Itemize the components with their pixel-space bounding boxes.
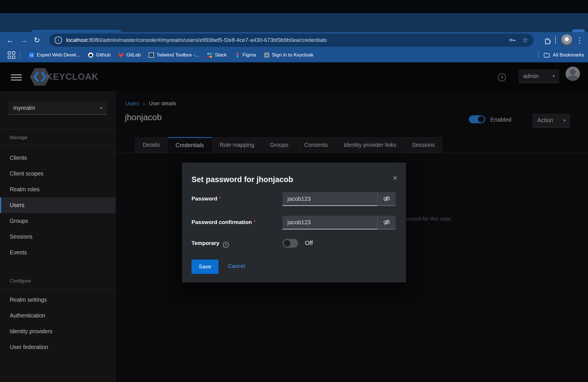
browser-menu-icon[interactable]: ⋮ [576, 36, 583, 45]
toggle-knob [284, 240, 290, 247]
bookmark-star-icon[interactable]: ☆ [522, 36, 528, 44]
configure-nav: Realm settings Authentication Identity p… [0, 292, 116, 355]
cancel-button[interactable]: Cancel [228, 263, 245, 269]
sidebar: myrealm ▾ Manage Clients Client scopes R… [0, 91, 116, 382]
browser-tab-strip: ◆ Keycloak Administration Cons × + [0, 13, 588, 32]
breadcrumb-current: User details [149, 101, 176, 107]
window-titlebar [0, 0, 588, 13]
tab-groups[interactable]: Groups [262, 137, 297, 153]
save-button[interactable]: Save [192, 260, 218, 274]
sidebar-item-groups[interactable]: Groups [0, 213, 116, 229]
password-manager-key-icon[interactable] [509, 36, 516, 44]
bookmarks-separator [20, 51, 20, 59]
password-input[interactable] [283, 192, 377, 206]
url-text[interactable]: localhost:8080/admin/master/console/#/my… [66, 37, 509, 43]
bookmark-label: GIthub [96, 52, 111, 58]
temporary-state-label: Off [305, 239, 313, 246]
bookmark-label: Figma [243, 52, 256, 58]
sidebar-divider [0, 129, 116, 129]
temporary-label: Temporary? [192, 240, 229, 248]
enabled-toggle[interactable] [469, 115, 485, 123]
extensions-icon[interactable] [544, 36, 552, 44]
nav-toggle-hamburger-icon[interactable] [11, 73, 22, 82]
tab-details[interactable]: Details [135, 137, 168, 153]
help-question-icon[interactable]: ? [223, 242, 229, 248]
url-path: :8080/admin/master/console/#/myrealm/use… [88, 37, 327, 43]
figma-icon [235, 52, 240, 58]
bookmark-label: Slack [215, 52, 227, 58]
sidebar-item-client-scopes[interactable]: Client scopes [0, 166, 116, 182]
sidebar-item-identity-providers[interactable]: Identity providers [0, 323, 116, 339]
tab-consents[interactable]: Consents [297, 137, 336, 153]
url-host: localhost [66, 37, 88, 43]
caret-down-icon: ▾ [552, 73, 555, 79]
bookmark-gitlab[interactable]: GitLab [119, 52, 141, 58]
tab-identity-provider-links[interactable]: Identity provider links [336, 137, 404, 153]
tab-role-mapping[interactable]: Role mapping [212, 137, 262, 153]
toggle-password-visibility-button[interactable] [377, 192, 396, 206]
temporary-toggle[interactable] [283, 239, 298, 248]
reload-button[interactable]: ↻ [34, 36, 40, 44]
required-asterisk: * [219, 196, 221, 200]
bookmark-slack[interactable]: Slack [207, 52, 227, 58]
all-bookmarks-label[interactable]: All Bookmarks [553, 52, 584, 58]
url-bar[interactable]: i localhost:8080/admin/master/console/#/… [49, 34, 533, 47]
bookmark-github[interactable]: GIthub [88, 52, 111, 58]
folder-icon [543, 52, 550, 59]
apps-grid-icon[interactable] [8, 51, 15, 59]
sidebar-item-events[interactable]: Events [0, 245, 116, 260]
tab-credentials[interactable]: Credentials [168, 137, 212, 153]
keycloak-logo[interactable]: KEYCLOAK [30, 68, 98, 86]
manage-section-label: Manage [10, 135, 27, 141]
bookmark-label: Sign in to Keycloak [272, 52, 314, 58]
realm-selector[interactable]: myrealm ▾ [9, 102, 107, 115]
sidebar-rule [0, 289, 116, 289]
site-info-icon[interactable]: i [55, 36, 62, 44]
bookmarks-right: All Bookmarks [533, 48, 584, 62]
bookmarks-bar: [;] Expert Web Devel... GIthub GitLab ≈ … [0, 48, 588, 63]
bookmark-tailwind[interactable]: ≈ Tailwind Toolbox -... [149, 52, 199, 58]
bookmark-expert-web[interactable]: [;] Expert Web Devel... [29, 52, 80, 58]
eye-slash-icon [383, 219, 390, 226]
eye-slash-icon [383, 195, 390, 202]
bookmark-figma[interactable]: Figma [235, 52, 256, 58]
set-password-modal: Set password for jhonjacob × Password* P… [182, 163, 406, 282]
modal-title: Set password for jhonjacob [192, 175, 293, 184]
sidebar-rule [0, 146, 116, 146]
sidebar-item-users[interactable]: Users [0, 197, 116, 213]
brand-text: KEYCLOAK [46, 72, 98, 82]
browser-profile-avatar[interactable] [561, 34, 572, 46]
bookmark-label: GitLab [126, 52, 141, 58]
breadcrumb-chevron-icon: › [143, 100, 145, 107]
help-icon[interactable]: ? [498, 73, 506, 81]
modal-close-icon[interactable]: × [393, 174, 397, 182]
sidebar-item-user-federation[interactable]: User federation [0, 339, 116, 355]
admin-user-dropdown[interactable]: admin ▾ [519, 69, 559, 83]
page-title: jhonjacob [125, 112, 162, 122]
sidebar-item-realm-roles[interactable]: Realm roles [0, 182, 116, 197]
expert-web-icon: [;] [29, 52, 34, 58]
toggle-password-visibility-button[interactable] [377, 216, 396, 229]
password-confirmation-field [283, 216, 396, 229]
sidebar-item-authentication[interactable]: Authentication [0, 308, 116, 323]
password-confirmation-input[interactable] [283, 216, 377, 229]
breadcrumb-users-link[interactable]: Users [125, 101, 139, 107]
configure-section-label: Configure [10, 278, 31, 284]
password-confirmation-label: Password confirmation* [192, 219, 256, 225]
empty-state-text-partial: sword for this user. [406, 216, 452, 222]
user-avatar[interactable] [566, 67, 580, 81]
toggle-knob [478, 116, 484, 122]
bookmarks-separator [538, 51, 539, 59]
sidebar-item-realm-settings[interactable]: Realm settings [0, 292, 116, 308]
github-icon [88, 52, 93, 58]
action-dropdown[interactable]: Action ▾ [533, 114, 570, 127]
caret-down-icon: ▾ [100, 106, 102, 111]
back-button[interactable]: ← [6, 36, 14, 44]
sidebar-item-sessions[interactable]: Sessions [0, 229, 116, 245]
forward-button[interactable]: → [20, 36, 28, 44]
bookmark-keycloak-signin[interactable]: ◆ Sign in to Keycloak [264, 52, 314, 58]
screen: ◆ Keycloak Administration Cons × + ← → ↻… [0, 0, 588, 382]
tab-sessions[interactable]: Sessions [404, 137, 443, 153]
keycloak-masthead: KEYCLOAK ? admin ▾ [0, 63, 588, 91]
sidebar-item-clients[interactable]: Clients [0, 150, 116, 166]
